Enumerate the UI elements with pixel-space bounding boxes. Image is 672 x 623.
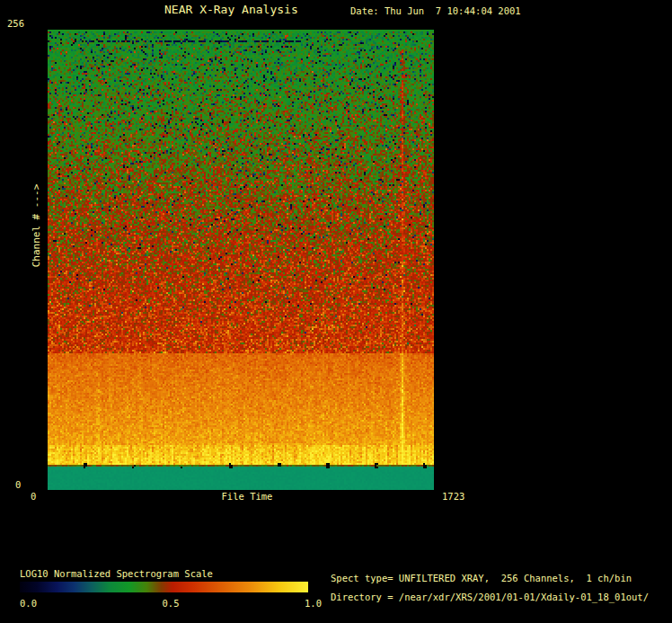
x-axis-max-label: 1723 [442,491,464,502]
page-title: NEAR X-Ray Analysis [164,4,298,16]
y-axis-min-label: 0 [15,479,21,490]
near-xray-analysis-window: NEAR X-Ray Analysis Date: Thu Jun 7 10:4… [0,0,672,623]
spect-type-text: Spect type= UNFILTERED XRAY, 256 Channel… [331,573,632,583]
spectrogram-image [48,30,434,490]
x-axis-title: File Time [54,491,440,502]
x-axis-min-label: 0 [31,491,36,502]
colorbar-tick-min: 0.0 [20,598,37,609]
header-date: Date: Thu Jun 7 10:44:04 2001 [350,5,521,16]
colorbar-tick-mid: 0.5 [163,598,180,609]
y-axis-max-label: 256 [7,18,24,29]
colorbar-tick-max: 1.0 [305,598,322,609]
directory-text: Directory = /near/xdr/XRS/2001/01-01/Xda… [331,592,649,602]
colorbar-title: LOG10 Normalized Spectrogram Scale [20,568,213,579]
colorbar-tick-labels: 0.0 0.5 1.0 [20,598,322,609]
colorbar-gradient [20,582,308,592]
y-axis-title: Channel # ---> [31,184,42,268]
